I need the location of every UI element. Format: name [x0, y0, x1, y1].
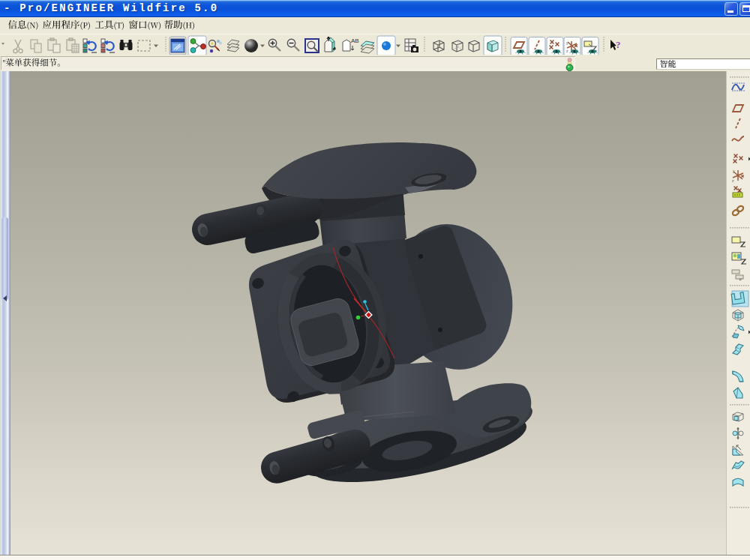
svg-text:?: ?	[616, 39, 621, 50]
svg-text:z: z	[732, 178, 734, 183]
svg-text:AB: AB	[351, 37, 359, 44]
